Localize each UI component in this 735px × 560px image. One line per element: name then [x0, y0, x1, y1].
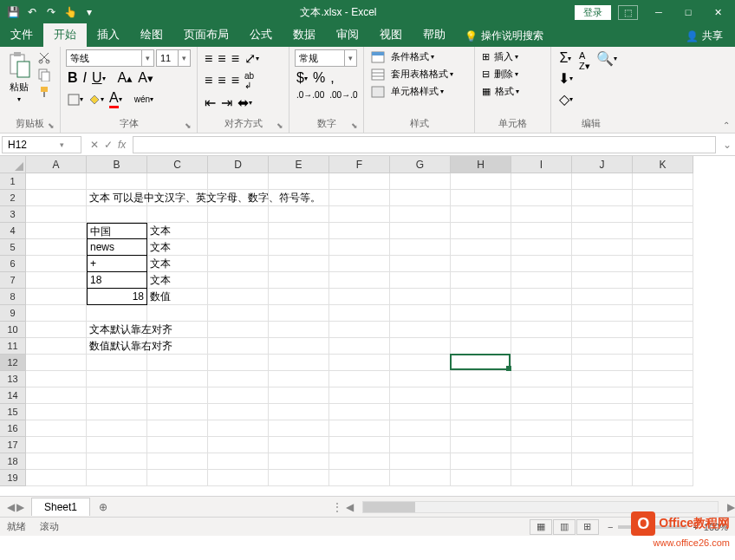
decrease-indent-button[interactable]: ⇤	[203, 94, 218, 112]
cell[interactable]	[208, 355, 269, 371]
cell[interactable]	[208, 404, 269, 420]
cell[interactable]	[147, 206, 208, 223]
row-header[interactable]: 13	[0, 371, 26, 387]
cell[interactable]	[87, 387, 147, 404]
cell[interactable]: +	[87, 256, 147, 272]
merge-button[interactable]: ⬌▾	[236, 94, 254, 112]
cell[interactable]	[511, 239, 572, 256]
cell[interactable]	[451, 470, 511, 486]
cell[interactable]	[451, 322, 511, 338]
bold-button[interactable]: B	[66, 69, 80, 87]
column-header[interactable]: A	[26, 156, 87, 173]
cell[interactable]	[26, 387, 87, 404]
cell[interactable]	[329, 453, 390, 470]
cell[interactable]: news	[87, 239, 147, 256]
cell[interactable]	[87, 305, 147, 322]
cell[interactable]	[208, 420, 269, 437]
cell[interactable]	[208, 387, 269, 404]
cell[interactable]	[451, 256, 511, 272]
cell[interactable]	[511, 256, 572, 272]
login-button[interactable]: 登录	[575, 5, 611, 20]
cell[interactable]: 18	[87, 272, 147, 289]
cell[interactable]	[147, 371, 208, 387]
cell[interactable]	[511, 322, 572, 338]
cell[interactable]	[451, 387, 511, 404]
cell[interactable]	[511, 437, 572, 453]
align-top-button[interactable]: ≡	[203, 50, 214, 68]
cell[interactable]: 文本默认靠左对齐	[87, 322, 147, 338]
tab-formulas[interactable]: 公式	[239, 23, 283, 47]
cell[interactable]: 文本	[147, 239, 208, 256]
cell[interactable]	[26, 223, 87, 239]
cell[interactable]	[572, 256, 633, 272]
ribbon-display-icon[interactable]: ⬚	[618, 5, 638, 20]
tab-pagelayout[interactable]: 页面布局	[173, 23, 239, 47]
row-header[interactable]: 19	[0, 470, 26, 486]
decrease-font-button[interactable]: A▾	[136, 69, 155, 87]
sheet-nav-next-icon[interactable]: ▶	[16, 501, 24, 513]
format-as-table-button[interactable]: 套用表格格式▾	[369, 67, 455, 81]
cell[interactable]	[329, 239, 390, 256]
cell[interactable]	[572, 239, 633, 256]
decrease-decimal-button[interactable]: .00→.0	[328, 89, 359, 101]
cell[interactable]	[208, 223, 269, 239]
cell[interactable]	[572, 223, 633, 239]
align-right-button[interactable]: ≡	[230, 72, 241, 89]
cell[interactable]	[633, 371, 693, 387]
cell[interactable]	[572, 272, 633, 289]
cell[interactable]	[269, 223, 329, 239]
cell[interactable]	[26, 239, 87, 256]
conditional-formatting-button[interactable]: 条件格式▾	[369, 49, 436, 64]
cell[interactable]: 数值	[147, 289, 208, 305]
cell[interactable]	[572, 190, 633, 206]
alignment-dialog-icon[interactable]: ⬊	[276, 121, 283, 130]
cell[interactable]	[511, 190, 572, 206]
font-size-combo[interactable]: ▾	[156, 49, 191, 67]
cell[interactable]	[87, 371, 147, 387]
cell[interactable]	[208, 338, 269, 355]
cell[interactable]	[269, 272, 329, 289]
cell[interactable]	[633, 355, 693, 371]
save-icon[interactable]: 💾	[5, 4, 21, 20]
orientation-button[interactable]: ⤢▾	[243, 49, 261, 68]
cell[interactable]	[572, 387, 633, 404]
cell[interactable]	[329, 420, 390, 437]
cells-area[interactable]: 文本 可以是中文汉字、英文字母、数字、符号等。中国文本news文本+文本18文本…	[26, 173, 693, 486]
cell[interactable]	[511, 305, 572, 322]
cell[interactable]	[451, 223, 511, 239]
tab-insert[interactable]: 插入	[87, 23, 130, 47]
cell[interactable]	[329, 190, 390, 206]
cell[interactable]	[87, 173, 147, 190]
normal-view-button[interactable]: ▦	[530, 519, 552, 535]
cell[interactable]	[269, 338, 329, 355]
cell[interactable]	[329, 338, 390, 355]
cell[interactable]	[147, 437, 208, 453]
cell[interactable]	[451, 206, 511, 223]
cell[interactable]	[511, 206, 572, 223]
tell-me-search[interactable]: 💡 操作说明搜索	[456, 25, 552, 47]
cell[interactable]	[208, 239, 269, 256]
cell[interactable]	[451, 453, 511, 470]
close-button[interactable]: ✕	[704, 2, 732, 23]
cell[interactable]	[87, 437, 147, 453]
cell[interactable]	[572, 305, 633, 322]
cell[interactable]	[390, 239, 451, 256]
cell[interactable]	[208, 453, 269, 470]
cell[interactable]	[147, 420, 208, 437]
undo-icon[interactable]: ↶	[24, 4, 40, 20]
cell[interactable]	[147, 355, 208, 371]
find-select-button[interactable]: 🔍▾	[595, 49, 619, 68]
cell[interactable]	[511, 355, 572, 371]
row-header[interactable]: 9	[0, 305, 26, 322]
cell[interactable]	[26, 453, 87, 470]
column-header[interactable]: K	[633, 156, 693, 173]
cell[interactable]	[269, 371, 329, 387]
cell[interactable]	[329, 322, 390, 338]
cell[interactable]	[572, 437, 633, 453]
cell[interactable]	[451, 173, 511, 190]
align-left-button[interactable]: ≡	[203, 72, 214, 89]
cell[interactable]	[572, 173, 633, 190]
cell[interactable]	[390, 355, 451, 371]
cell[interactable]	[633, 256, 693, 272]
cell[interactable]	[390, 322, 451, 338]
